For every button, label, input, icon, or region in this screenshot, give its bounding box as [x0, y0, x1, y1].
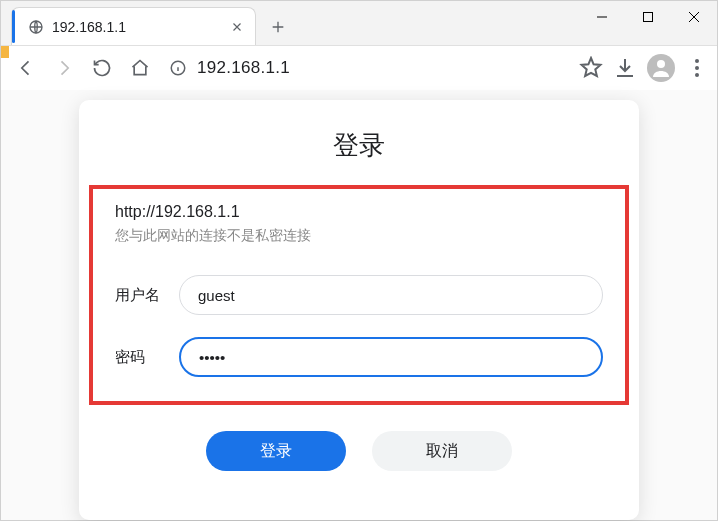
- content-area: 登录 http://192.168.1.1 您与此网站的连接不是私密连接 用户名…: [1, 90, 717, 520]
- back-button[interactable]: [9, 51, 43, 85]
- download-icon[interactable]: [613, 56, 637, 80]
- cancel-button[interactable]: 取消: [372, 431, 512, 471]
- url-text: 192.168.1.1: [197, 58, 290, 78]
- reload-button[interactable]: [85, 51, 119, 85]
- address-bar: 192.168.1.1: [1, 46, 717, 90]
- svg-rect-1: [597, 17, 607, 18]
- new-tab-button[interactable]: [264, 13, 292, 41]
- highlight-annotation: http://192.168.1.1 您与此网站的连接不是私密连接 用户名 密码: [89, 185, 629, 405]
- username-label: 用户名: [115, 286, 179, 305]
- titlebar: 192.168.1.1: [1, 1, 717, 46]
- username-input[interactable]: [179, 275, 603, 315]
- edge-marker: [1, 46, 9, 58]
- dialog-buttons: 登录 取消: [79, 431, 639, 471]
- svg-point-4: [657, 60, 665, 68]
- close-icon[interactable]: [229, 19, 245, 35]
- username-row: 用户名: [115, 275, 603, 315]
- home-button[interactable]: [123, 51, 157, 85]
- globe-icon: [28, 19, 44, 35]
- bookmark-icon[interactable]: [579, 56, 603, 80]
- profile-avatar[interactable]: [647, 54, 675, 82]
- maximize-button[interactable]: [625, 1, 671, 33]
- dialog-url: http://192.168.1.1: [115, 203, 603, 221]
- browser-window: 192.168.1.1: [0, 0, 718, 521]
- info-icon[interactable]: [169, 59, 187, 77]
- login-button[interactable]: 登录: [206, 431, 346, 471]
- minimize-button[interactable]: [579, 1, 625, 33]
- toolbar-right: [579, 54, 709, 82]
- dialog-warning: 您与此网站的连接不是私密连接: [115, 227, 603, 245]
- password-input[interactable]: [179, 337, 603, 377]
- forward-button[interactable]: [47, 51, 81, 85]
- window-controls: [579, 1, 717, 33]
- browser-tab[interactable]: 192.168.1.1: [11, 7, 256, 45]
- svg-rect-2: [644, 13, 653, 22]
- tab-title: 192.168.1.1: [52, 19, 229, 35]
- tab-accent: [12, 10, 15, 43]
- auth-dialog: 登录 http://192.168.1.1 您与此网站的连接不是私密连接 用户名…: [79, 100, 639, 520]
- password-label: 密码: [115, 348, 179, 367]
- menu-button[interactable]: [685, 59, 709, 77]
- window-close-button[interactable]: [671, 1, 717, 33]
- password-row: 密码: [115, 337, 603, 377]
- dialog-title: 登录: [79, 128, 639, 163]
- url-area[interactable]: 192.168.1.1: [169, 58, 565, 78]
